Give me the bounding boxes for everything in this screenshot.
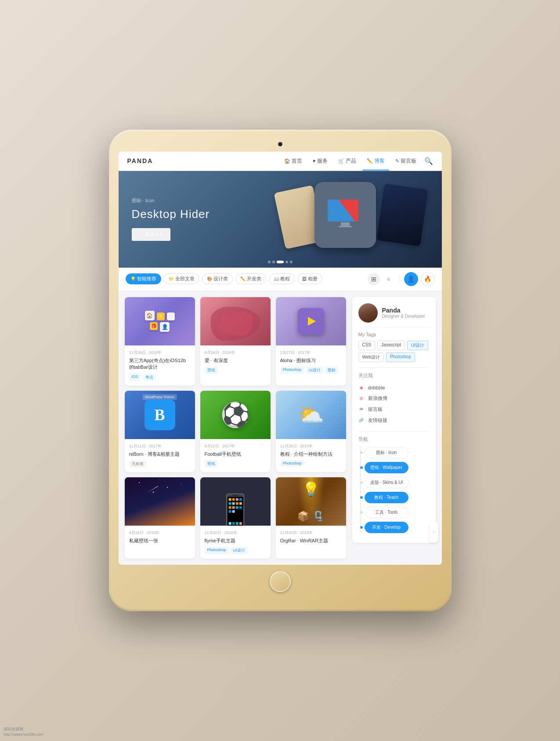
- post-date-5: 4月22日 · 2017年: [205, 443, 266, 449]
- nav-develop-label[interactable]: 开发 · Develop: [365, 522, 408, 533]
- hero-dot-1[interactable]: [268, 261, 271, 263]
- nav-develop-item: 开发 · Develop: [365, 522, 430, 533]
- weibo-icon: ◎: [358, 395, 365, 401]
- tag-icon-3: 图标: [325, 367, 338, 374]
- post-title-9: OrgRar · WinRAR主题: [280, 538, 342, 544]
- nav-service[interactable]: ♥ 服务: [308, 152, 332, 171]
- post-card-3[interactable]: 2月27日 · 2017年 Aloha · 图标练习 Photoshop UI设…: [276, 297, 346, 385]
- tag-photoshop[interactable]: Photoshop: [386, 352, 415, 362]
- hero-dot-5[interactable]: [290, 261, 293, 263]
- lamp-illustration: 💡 📦 🗜️: [276, 477, 346, 526]
- phone-emoji: 📱: [216, 495, 254, 526]
- post-title-6: 教程 · 介绍一种绘制方法: [280, 451, 342, 458]
- follow-weibo[interactable]: ◎ 新浪微博: [358, 393, 430, 404]
- nav-tree: 图标 · Icon 壁纸 · Wallpaper 皮肤 · Skins & UI…: [358, 447, 430, 533]
- tag-ui-3: UI设计: [306, 367, 323, 374]
- home-button[interactable]: [270, 571, 291, 592]
- post-thumb-5: [200, 391, 271, 439]
- nav-teach-label[interactable]: 教程 · Teach: [365, 492, 408, 503]
- filter-tutorial[interactable]: 📖 教程: [269, 273, 295, 284]
- tag-javascript[interactable]: Javascript: [377, 341, 405, 350]
- tag-qidian: 奇点: [143, 374, 156, 381]
- follow-friends[interactable]: 🔗 友情链接: [358, 415, 430, 426]
- post-body-3: 2月27日 · 2017年 Aloha · 图标练习 Photoshop UI设…: [276, 345, 346, 378]
- post-date-2: 9月24日 · 2018年: [205, 350, 266, 356]
- tag-ps-3: Photoshop: [280, 367, 304, 374]
- nav-icon-label[interactable]: 图标 · Icon: [365, 447, 408, 458]
- nav-blog[interactable]: ✏️ 博客: [362, 152, 389, 171]
- dev-icon: ✏️: [240, 276, 246, 281]
- sidebar: Panda Designer & Developer My Tags CSS J…: [352, 297, 436, 559]
- lamp-emoji: 💡: [302, 481, 320, 498]
- search-icon[interactable]: 🔍: [424, 157, 433, 165]
- post-tags-4: 无标签: [129, 460, 191, 468]
- filter-dev[interactable]: ✏️ 开发类: [235, 273, 266, 284]
- nav-teach-item: 教程 · Teach: [365, 492, 430, 503]
- guestbook-icon: ✉: [358, 406, 365, 412]
- post-card-6[interactable]: ⛅ 11月28日 · 2015年 教程 · 介绍一种绘制方法 Photoshop: [276, 391, 346, 472]
- avatar: [358, 303, 378, 323]
- hero-dot-3[interactable]: [277, 261, 284, 263]
- hero-dot-4[interactable]: [285, 261, 288, 263]
- profile-info: Panda Designer & Developer: [382, 307, 425, 319]
- post-card-7[interactable]: 4月16日 · 2016年 私藏壁纸一张: [125, 477, 195, 559]
- tag-uidesign[interactable]: UI设计: [407, 341, 428, 350]
- scroll-indicator[interactable]: ↕: [430, 521, 438, 543]
- post-card-1[interactable]: 🏠 ⭐ 🎁 👤 11月26日 · 2018年 第三方Ap: [125, 297, 195, 385]
- nav-section-title: 导航: [358, 436, 430, 443]
- post-tags-5: 壁纸: [205, 460, 266, 468]
- post-thumb-1: 🏠 ⭐ 🎁 👤: [125, 297, 195, 345]
- nav-guestbook[interactable]: ✎ 留言板: [391, 152, 421, 171]
- weather-cloud-icon: ⛅: [298, 403, 324, 427]
- card-right: [376, 183, 428, 246]
- post-tags-2: 壁纸: [205, 367, 266, 374]
- post-card-8[interactable]: 📱 11月20日 · 2015年 flyme手机主题 Photoshop UI设…: [200, 477, 271, 559]
- post-date-8: 11月20日 · 2015年: [205, 530, 266, 536]
- post-card-4[interactable]: WordPress Theme B 11月11日 · 2017年 reBorn …: [125, 391, 195, 472]
- monitor-screen: [328, 200, 358, 222]
- post-body-4: 11月11日 · 2017年 reBorn · 博客&相册主题 无标签: [125, 439, 195, 472]
- post-card-9[interactable]: 💡 📦 🗜️ 11月20日 · 2015年 OrgRar · WinRAR主题: [276, 477, 346, 559]
- tag-webdesign[interactable]: Web设计: [358, 352, 384, 362]
- filter-design[interactable]: 🎨 设计类: [202, 273, 233, 284]
- nav-skins-label[interactable]: 皮肤 · Skins & UI: [365, 477, 409, 488]
- nav-wallpaper-label[interactable]: 壁纸 · Wallpaper: [365, 462, 408, 473]
- post-body-6: 11月28日 · 2015年 教程 · 介绍一种绘制方法 Photoshop: [276, 439, 346, 471]
- tablet-camera: [278, 142, 282, 146]
- hero-pagination: [268, 261, 293, 263]
- list-view-button[interactable]: ≡: [383, 273, 395, 285]
- post-tags-8: Photoshop UI设计: [205, 547, 266, 554]
- nav-tools-label[interactable]: 工具 · Tools: [365, 507, 408, 518]
- tablet-device: PANDA 🏠 首页 ♥ 服务 🛒 产品 ✏️ 博客: [109, 130, 452, 612]
- smart-icon: 💡: [130, 276, 136, 281]
- nav-icon-item: 图标 · Icon: [365, 447, 430, 458]
- follow-guestbook[interactable]: ✉ 留言板: [358, 404, 430, 415]
- profile-name: Panda: [382, 307, 425, 314]
- post-body-1: 11月26日 · 2018年 第三方App(奇点)在iOS12b的tabBar设…: [125, 345, 195, 385]
- post-card-2[interactable]: 9月24日 · 2018年 爱 · 有深度 壁纸: [200, 297, 271, 385]
- grid-view-button[interactable]: ⊞: [368, 273, 380, 285]
- profile-action-button[interactable]: 👤: [404, 272, 418, 286]
- hero-read-more-button[interactable]: → 阅读全文: [132, 228, 170, 241]
- follow-dribbble[interactable]: ◉ dribbble: [358, 382, 430, 393]
- nav-tools-item: 工具 · Tools: [365, 507, 430, 518]
- filter-smart-recommend[interactable]: 💡 智能推荐: [126, 273, 161, 284]
- hero-text: 图标 · Icon Desktop Hider → 阅读全文: [132, 197, 210, 241]
- nav-home[interactable]: 🏠 首页: [280, 152, 307, 171]
- wordpress-logo: B: [145, 400, 175, 430]
- tag-css[interactable]: CSS: [358, 341, 376, 350]
- post-date-4: 11月11日 · 2017年: [129, 443, 191, 449]
- tag-ios: iOS: [129, 374, 141, 381]
- post-grid: 🏠 ⭐ 🎁 👤 11月26日 · 2018年 第三方Ap: [125, 297, 346, 559]
- divider: [399, 275, 400, 283]
- monitor-stand: [341, 222, 350, 226]
- fire-action-button[interactable]: 🔥: [421, 272, 435, 286]
- my-tags-label: My Tags: [358, 332, 430, 337]
- post-card-5[interactable]: 4月22日 · 2017年 Football手机壁纸 壁纸: [200, 391, 271, 472]
- profile-top: Panda Designer & Developer: [358, 303, 430, 323]
- monitor-icon: [328, 200, 363, 230]
- filter-album[interactable]: 🖼 相册: [297, 273, 322, 284]
- filter-all-articles[interactable]: 📁 全部文章: [164, 273, 199, 284]
- hero-dot-2[interactable]: [272, 261, 275, 263]
- nav-product[interactable]: 🛒 产品: [334, 152, 361, 171]
